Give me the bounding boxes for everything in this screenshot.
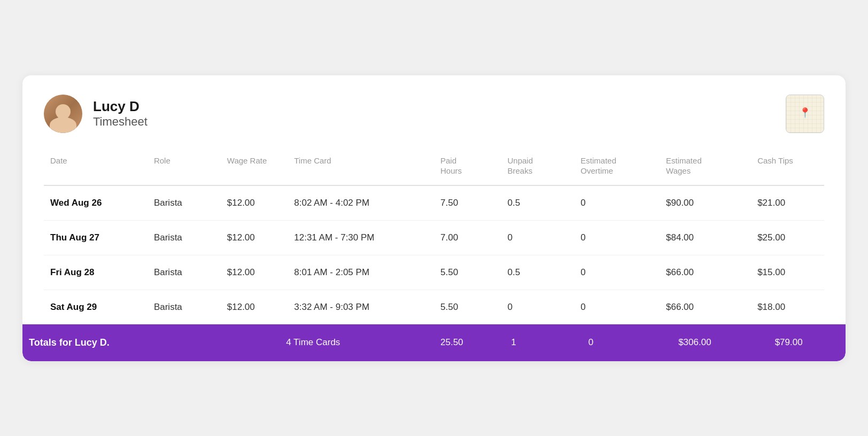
- col-header-cash-tips: Cash Tips: [751, 150, 824, 185]
- table-row: Sat Aug 29 Barista $12.00 3:32 AM - 9:03…: [44, 290, 824, 324]
- cell-estimated-overtime: 0: [574, 290, 660, 324]
- cell-role: Barista: [148, 185, 221, 221]
- cell-estimated-overtime: 0: [574, 220, 660, 255]
- col-header-paid-hours: PaidHours: [434, 150, 501, 185]
- cell-paid-hours: 5.50: [434, 290, 501, 324]
- cell-estimated-overtime: 0: [574, 255, 660, 290]
- page-header: Lucy D Timesheet: [44, 95, 824, 133]
- table-body: Wed Aug 26 Barista $12.00 8:02 AM - 4:02…: [44, 185, 824, 324]
- header-text: Lucy D Timesheet: [93, 98, 148, 129]
- totals-estimated-wages: $306.00: [672, 324, 768, 361]
- col-header-wage-rate: Wage Rate: [221, 150, 288, 185]
- cell-time-card: 12:31 AM - 7:30 PM: [288, 220, 434, 255]
- table-row: Fri Aug 28 Barista $12.00 8:01 AM - 2:05…: [44, 255, 824, 290]
- totals-table: Totals for Lucy D. 4 Time Cards 25.50 1 …: [22, 324, 846, 361]
- totals-role-spacer: [132, 324, 209, 361]
- cell-date: Thu Aug 27: [44, 220, 148, 255]
- timesheet-table: Date Role Wage Rate Time Card PaidHours …: [44, 150, 824, 324]
- timesheet-card: Lucy D Timesheet Date Role Wage Rate Tim…: [22, 75, 846, 361]
- col-header-estimated-overtime: EstimatedOvertime: [574, 150, 660, 185]
- cell-paid-hours: 7.00: [434, 220, 501, 255]
- cell-paid-hours: 5.50: [434, 255, 501, 290]
- avatar: [44, 95, 82, 133]
- cell-role: Barista: [148, 220, 221, 255]
- cell-wage-rate: $12.00: [221, 290, 288, 324]
- cell-role: Barista: [148, 255, 221, 290]
- map-thumbnail[interactable]: [786, 95, 824, 133]
- cell-role: Barista: [148, 290, 221, 324]
- totals-label: Totals for Lucy D.: [22, 324, 132, 361]
- cell-unpaid-breaks: 0: [501, 220, 574, 255]
- cell-estimated-wages: $84.00: [660, 220, 751, 255]
- cell-date: Fri Aug 28: [44, 255, 148, 290]
- totals-timecards: 4 Time Cards: [280, 324, 434, 361]
- cell-wage-rate: $12.00: [221, 185, 288, 221]
- col-header-time-card: Time Card: [288, 150, 434, 185]
- table-row: Thu Aug 27 Barista $12.00 12:31 AM - 7:3…: [44, 220, 824, 255]
- page-title: Timesheet: [93, 115, 148, 129]
- cell-cash-tips: $18.00: [751, 290, 824, 324]
- cell-time-card: 3:32 AM - 9:03 PM: [288, 290, 434, 324]
- totals-unpaid-breaks: 1: [505, 324, 582, 361]
- cell-date: Sat Aug 29: [44, 290, 148, 324]
- cell-cash-tips: $15.00: [751, 255, 824, 290]
- cell-time-card: 8:02 AM - 4:02 PM: [288, 185, 434, 221]
- cell-estimated-wages: $66.00: [660, 255, 751, 290]
- col-header-unpaid-breaks: UnpaidBreaks: [501, 150, 574, 185]
- cell-paid-hours: 7.50: [434, 185, 501, 221]
- cell-wage-rate: $12.00: [221, 255, 288, 290]
- cell-unpaid-breaks: 0.5: [501, 185, 574, 221]
- cell-date: Wed Aug 26: [44, 185, 148, 221]
- totals-cash-tips: $79.00: [769, 324, 846, 361]
- totals-wage-spacer: [209, 324, 280, 361]
- col-header-date: Date: [44, 150, 148, 185]
- table-row: Wed Aug 26 Barista $12.00 8:02 AM - 4:02…: [44, 185, 824, 221]
- cell-estimated-wages: $66.00: [660, 290, 751, 324]
- cell-wage-rate: $12.00: [221, 220, 288, 255]
- avatar-image: [44, 95, 82, 133]
- totals-row: Totals for Lucy D. 4 Time Cards 25.50 1 …: [22, 324, 846, 361]
- employee-name: Lucy D: [93, 98, 148, 115]
- table-header-row: Date Role Wage Rate Time Card PaidHours …: [44, 150, 824, 185]
- totals-paid-hours: 25.50: [434, 324, 505, 361]
- totals-wrapper: Totals for Lucy D. 4 Time Cards 25.50 1 …: [22, 324, 846, 361]
- cell-cash-tips: $21.00: [751, 185, 824, 221]
- col-header-estimated-wages: EstimatedWages: [660, 150, 751, 185]
- cell-cash-tips: $25.00: [751, 220, 824, 255]
- cell-unpaid-breaks: 0.5: [501, 255, 574, 290]
- totals-estimated-overtime: 0: [582, 324, 672, 361]
- col-header-role: Role: [148, 150, 221, 185]
- cell-unpaid-breaks: 0: [501, 290, 574, 324]
- cell-estimated-overtime: 0: [574, 185, 660, 221]
- cell-time-card: 8:01 AM - 2:05 PM: [288, 255, 434, 290]
- header-left: Lucy D Timesheet: [44, 95, 148, 133]
- cell-estimated-wages: $90.00: [660, 185, 751, 221]
